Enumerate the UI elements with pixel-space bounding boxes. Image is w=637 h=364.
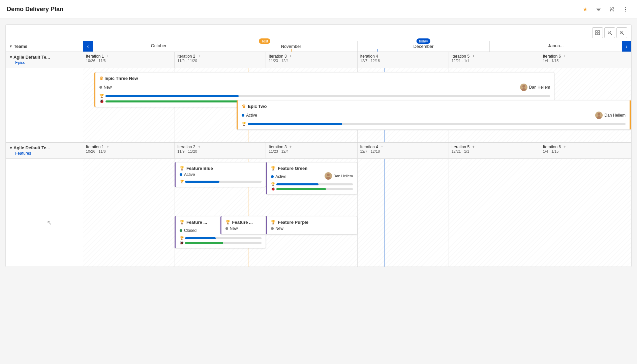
- month-cells: October Test November today December Jan…: [93, 41, 622, 52]
- iter-add-1-5[interactable]: +: [472, 54, 475, 59]
- feature-blue-card[interactable]: 🏆 Feature Blue Active 🏆: [175, 162, 266, 187]
- iter-add-2-3[interactable]: +: [290, 145, 292, 149]
- crown-icon-1: ♛: [99, 76, 103, 81]
- star-icon[interactable]: ★: [580, 5, 590, 14]
- trophy-icon-fc2: 🏆: [180, 236, 184, 240]
- feature-green-card[interactable]: 🏆 Feature Green Active Dan Hellem: [266, 162, 357, 194]
- today-marker: today: [417, 38, 430, 44]
- iteration-headers-2: Iteration 1 + 10/26 - 11/6 Iteration 2 +…: [83, 143, 631, 158]
- trophy-icon-2: 🏆: [242, 122, 246, 126]
- trophy-icon-fb2: 🏆: [180, 180, 184, 183]
- timeline-header: ▾ Teams ‹ October Test November today De…: [6, 41, 631, 52]
- iter-add-2-4[interactable]: +: [381, 145, 383, 149]
- page-title: Demo Delivery Plan: [7, 6, 63, 13]
- iteration-headers-1: Iteration 1 + 10/26 - 11/6 Iteration 2 +…: [83, 52, 631, 68]
- iter-add-1-6[interactable]: +: [564, 54, 566, 59]
- epic-three-title: ♛ Epic Three New: [99, 76, 550, 81]
- iter1-5: Iteration 5 + 12/21 - 1/1: [449, 52, 540, 68]
- iter-add-2-1[interactable]: +: [107, 145, 109, 149]
- nav-next-button[interactable]: ›: [622, 41, 631, 52]
- test-marker: Test: [259, 38, 270, 44]
- trophy-icon-fc: 🏆: [180, 220, 184, 224]
- zoom-in-button[interactable]: [616, 27, 627, 38]
- feature-new-card[interactable]: 🏆 Feature ... New: [220, 216, 266, 235]
- iter-add-1-3[interactable]: +: [290, 54, 292, 59]
- grid-view-button[interactable]: [592, 27, 603, 38]
- trophy-icon-1: 🏆: [99, 94, 104, 98]
- progress-green-fc: [185, 242, 223, 244]
- bug-icon-fg: 🐞: [271, 187, 275, 191]
- month-november: Test November: [225, 41, 358, 52]
- trophy-icon-fb: 🏆: [180, 166, 184, 171]
- iter1-1: Iteration 1 + 10/26 - 11/6: [83, 52, 175, 68]
- epic-three-assignee: Dan Hellem: [520, 84, 550, 91]
- bug-icon-1: 🐞: [99, 99, 104, 103]
- cursor-area: ↖: [6, 159, 83, 267]
- features-link[interactable]: Features: [10, 151, 79, 156]
- teams-chevron[interactable]: ▾: [10, 44, 12, 49]
- iter-add-2-6[interactable]: +: [564, 145, 566, 149]
- filter-icon[interactable]: [594, 5, 603, 14]
- feature-blue-status: Active: [180, 172, 262, 177]
- team1-name: ▾ Agile Default Te...: [10, 55, 79, 60]
- cursor-icon: ↖: [47, 219, 52, 226]
- zoom-out-button[interactable]: [604, 27, 615, 38]
- svg-rect-4: [598, 31, 600, 32]
- section1-label: ▾ Agile Default Te... Epics: [6, 52, 83, 68]
- section1-body: ♛ Epic Three New New Dan Hellem: [6, 68, 631, 142]
- collapse-icon[interactable]: [607, 5, 617, 14]
- iter2-4: Iteration 4 + 12/7 - 12/18: [358, 143, 449, 158]
- status-dot-active-1: [242, 114, 244, 117]
- progress-green-fg: [276, 188, 326, 190]
- top-bar: Demo Delivery Plan ★: [0, 0, 637, 19]
- epic-three-status: New: [99, 85, 112, 90]
- section2-gantt: 🏆 Feature Blue Active 🏆: [83, 159, 631, 267]
- iter-add-1-1[interactable]: +: [107, 54, 109, 59]
- trophy-icon-fg: 🏆: [271, 166, 276, 171]
- svg-point-0: [625, 7, 626, 8]
- section2-left: ↖: [6, 159, 83, 267]
- iter2-6: Iteration 6 + 1/4 - 1/15: [540, 143, 631, 158]
- team1-chevron[interactable]: ▾: [10, 55, 12, 60]
- svg-rect-5: [596, 33, 597, 35]
- iter2-3: Iteration 3 + 11/23 - 12/4: [266, 143, 357, 158]
- epic-two-status: Active: [242, 113, 257, 118]
- feature-purple-status: New: [271, 226, 353, 231]
- progress-blue-fg: [276, 183, 318, 185]
- more-icon[interactable]: [621, 5, 630, 14]
- iter-add-2-5[interactable]: +: [472, 145, 475, 149]
- feature-purple-card[interactable]: 🏆 Feature Purple New: [266, 216, 357, 235]
- progress-blue-fc: [185, 237, 216, 239]
- section1-gantt: ♛ Epic Three New New Dan Hellem: [83, 68, 631, 142]
- epic-two-title: ♛ Epic Two: [242, 104, 626, 109]
- svg-point-10: [521, 88, 526, 91]
- svg-point-2: [625, 10, 626, 11]
- feature-closed-status: Closed: [180, 228, 196, 233]
- epics-link[interactable]: Epics: [10, 60, 79, 65]
- iter2-5: Iteration 5 + 12/21 - 1/1: [449, 143, 540, 158]
- section1-left: [6, 68, 83, 142]
- epic-two-card[interactable]: ♛ Epic Two Active Dan Hellem: [237, 100, 631, 130]
- status-dot-new: [99, 86, 102, 89]
- progress-bar-blue-1: [105, 95, 239, 97]
- month-december: today December: [358, 41, 490, 52]
- feature-new-status: New: [225, 226, 262, 231]
- status-dot-fp: [271, 227, 274, 230]
- iter-add-1-4[interactable]: +: [381, 54, 383, 59]
- iter-add-2-2[interactable]: +: [198, 145, 201, 149]
- teams-header: ▾ Teams: [6, 41, 83, 52]
- svg-rect-3: [596, 31, 597, 32]
- month-october: October: [93, 41, 225, 52]
- section2-label: ▾ Agile Default Te... Features: [6, 143, 83, 158]
- nav-prev-button[interactable]: ‹: [83, 41, 93, 52]
- feature-purple-title: 🏆 Feature Purple: [271, 220, 353, 225]
- iter2-2: Iteration 2 + 11/9 - 11/20: [175, 143, 266, 158]
- iter-add-1-2[interactable]: +: [198, 54, 201, 59]
- today-line-2: [385, 159, 385, 267]
- feature-green-progress: 🏆 🐞: [271, 182, 353, 191]
- avatar-dan1: [520, 84, 527, 91]
- status-dot-fb: [180, 173, 182, 176]
- vline2-3: [357, 159, 358, 267]
- team2-chevron[interactable]: ▾: [10, 145, 12, 150]
- teams-label: Teams: [14, 44, 27, 49]
